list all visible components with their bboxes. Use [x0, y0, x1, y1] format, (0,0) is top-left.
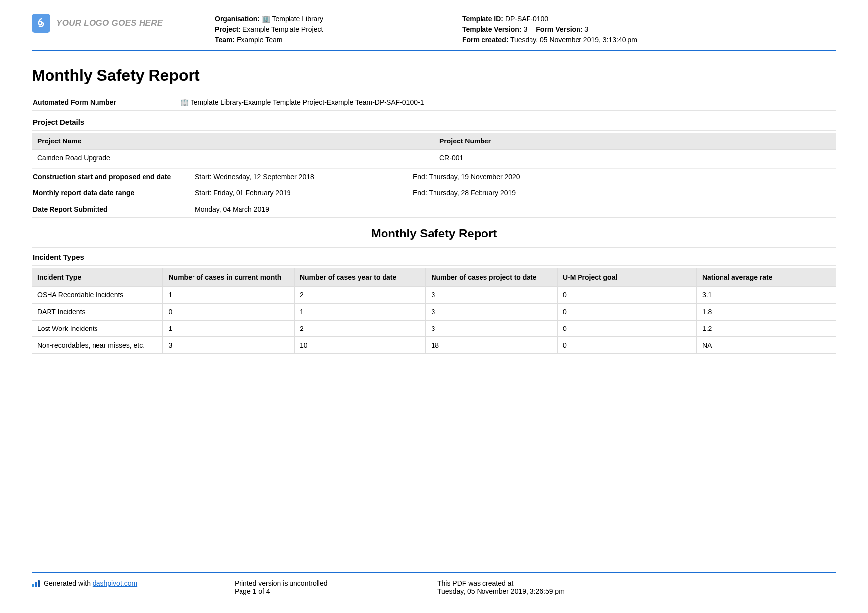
page-indicator: Page 1 of 4	[235, 587, 437, 595]
form-created-value: Tuesday, 05 November 2019, 3:13:40 pm	[510, 36, 637, 44]
logo-icon	[32, 14, 50, 33]
submitted-value: Monday, 04 March 2019	[195, 205, 836, 213]
pdf-created-value: Tuesday, 05 November 2019, 3:26:59 pm	[437, 587, 836, 595]
table-cell: 3	[163, 337, 294, 354]
table-cell: 2	[294, 286, 426, 303]
table-cell: 1.2	[697, 320, 836, 337]
automated-form-number-row: Automated Form Number 🏢 Template Library…	[32, 94, 836, 111]
section-subtitle: Monthly Safety Report	[32, 227, 836, 240]
org-label: Organisation:	[215, 15, 260, 23]
footer-right: This PDF was created at Tuesday, 05 Nove…	[437, 579, 836, 595]
table-cell: 3	[426, 320, 557, 337]
bars-icon	[32, 580, 41, 587]
table-cell: 3	[426, 286, 557, 303]
table-row: Non-recordables, near misses, etc.310180…	[32, 337, 836, 354]
data-range-end: End: Thursday, 28 February 2019	[413, 189, 836, 197]
table-cell: DART Incidents	[32, 303, 163, 320]
data-range-row: Monthly report data date range Start: Fr…	[32, 185, 836, 201]
data-range-start: Start: Friday, 01 February 2019	[195, 189, 413, 197]
project-name-value: Camden Road Upgrade	[32, 149, 434, 166]
incident-col-header: Number of cases year to date	[294, 268, 426, 286]
template-version-value: 3	[523, 25, 527, 33]
table-row: Lost Work Incidents12301.2	[32, 320, 836, 337]
table-cell: 0	[163, 303, 294, 320]
submitted-row: Date Report Submitted Monday, 04 March 2…	[32, 201, 836, 218]
dashpivot-link[interactable]: dashpivot.com	[93, 579, 137, 587]
table-cell: 3.1	[697, 286, 836, 303]
project-label: Project:	[215, 25, 241, 33]
form-version-label: Form Version:	[536, 25, 582, 33]
logo-placeholder-text: YOUR LOGO GOES HERE	[56, 18, 163, 28]
table-row: DART Incidents01301.8	[32, 303, 836, 320]
table-cell: 0	[557, 320, 697, 337]
template-version-label: Template Version:	[462, 25, 522, 33]
table-cell: Non-recordables, near misses, etc.	[32, 337, 163, 354]
logo-block: YOUR LOGO GOES HERE	[32, 14, 215, 33]
construction-start: Start: Wednesday, 12 September 2018	[195, 173, 413, 181]
table-cell: 0	[557, 337, 697, 354]
document-footer: Generated with dashpivot.com Printed ver…	[32, 572, 836, 595]
table-cell: 1.8	[697, 303, 836, 320]
project-number-value: CR-001	[434, 149, 836, 166]
incident-col-header: Incident Type	[32, 268, 163, 286]
incident-col-header: National average rate	[697, 268, 836, 286]
generated-prefix: Generated with	[44, 579, 93, 587]
project-number-header: Project Number	[434, 133, 836, 149]
table-cell: 1	[163, 286, 294, 303]
incident-col-header: Number of cases in current month	[163, 268, 294, 286]
table-cell: NA	[697, 337, 836, 354]
header-meta-left: Organisation: 🏢 Template Library Project…	[215, 14, 462, 45]
form-number-label: Automated Form Number	[32, 98, 180, 106]
table-cell: 0	[557, 286, 697, 303]
table-cell: 1	[163, 320, 294, 337]
table-row: OSHA Recordable Incidents12303.1	[32, 286, 836, 303]
project-name-header: Project Name	[32, 133, 434, 149]
form-version-value: 3	[584, 25, 588, 33]
uncontrolled-notice: Printed version is uncontrolled	[235, 579, 437, 587]
data-range-label: Monthly report data date range	[32, 189, 195, 197]
table-cell: OSHA Recordable Incidents	[32, 286, 163, 303]
org-value: 🏢 Template Library	[262, 15, 323, 23]
table-cell: 10	[294, 337, 426, 354]
incident-types-header: Incident Types	[32, 247, 836, 266]
construction-dates-row: Construction start and proposed end date…	[32, 168, 836, 185]
incident-col-header: Number of cases project to date	[426, 268, 557, 286]
page-title: Monthly Safety Report	[32, 66, 836, 85]
incident-col-header: U-M Project goal	[557, 268, 697, 286]
team-label: Team:	[215, 36, 235, 44]
template-id-label: Template ID:	[462, 15, 503, 23]
table-cell: 2	[294, 320, 426, 337]
table-cell: 0	[557, 303, 697, 320]
pdf-created-label: This PDF was created at	[437, 579, 836, 587]
document-header: YOUR LOGO GOES HERE Organisation: 🏢 Temp…	[32, 14, 836, 51]
table-cell: 18	[426, 337, 557, 354]
form-created-label: Form created:	[462, 36, 508, 44]
project-details-header: Project Details	[32, 111, 836, 131]
footer-center: Printed version is uncontrolled Page 1 o…	[235, 579, 437, 595]
header-meta-right: Template ID: DP-SAF-0100 Template Versio…	[462, 14, 637, 45]
submitted-label: Date Report Submitted	[32, 205, 195, 213]
construction-dates-label: Construction start and proposed end date	[32, 173, 195, 181]
template-id-value: DP-SAF-0100	[505, 15, 548, 23]
footer-left: Generated with dashpivot.com	[32, 579, 235, 595]
form-number-value: 🏢 Template Library-Example Template Proj…	[180, 98, 836, 106]
project-value: Example Template Project	[242, 25, 323, 33]
table-cell: 3	[426, 303, 557, 320]
team-value: Example Team	[237, 36, 282, 44]
table-cell: Lost Work Incidents	[32, 320, 163, 337]
table-cell: 1	[294, 303, 426, 320]
incident-types-table: Incident TypeNumber of cases in current …	[32, 268, 836, 354]
construction-end: End: Thursday, 19 November 2020	[413, 173, 836, 181]
project-details-table: Project Name Project Number Camden Road …	[32, 133, 836, 166]
